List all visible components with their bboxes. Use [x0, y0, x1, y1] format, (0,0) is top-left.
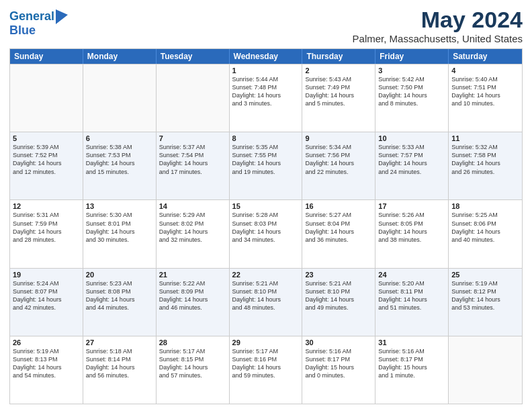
day-info: Sunrise: 5:19 AM Sunset: 8:12 PM Dayligh… [451, 279, 519, 312]
calendar-cell: 11Sunrise: 5:32 AM Sunset: 7:58 PM Dayli… [449, 132, 522, 199]
day-info: Sunrise: 5:44 AM Sunset: 7:48 PM Dayligh… [232, 75, 300, 108]
calendar-cell: 2Sunrise: 5:43 AM Sunset: 7:49 PM Daylig… [302, 64, 375, 132]
day-number: 2 [305, 66, 372, 75]
day-number: 1 [232, 66, 300, 75]
calendar-cell: 28Sunrise: 5:17 AM Sunset: 8:15 PM Dayli… [157, 336, 230, 404]
main-title: May 2024 [353, 7, 523, 33]
day-number: 12 [13, 202, 80, 210]
calendar-cell: 5Sunrise: 5:39 AM Sunset: 7:52 PM Daylig… [10, 132, 83, 199]
calendar-cell: 23Sunrise: 5:21 AM Sunset: 8:10 PM Dayli… [302, 269, 375, 336]
day-info: Sunrise: 5:34 AM Sunset: 7:56 PM Dayligh… [305, 143, 372, 176]
day-info: Sunrise: 5:20 AM Sunset: 8:11 PM Dayligh… [378, 279, 445, 312]
day-info: Sunrise: 5:35 AM Sunset: 7:55 PM Dayligh… [232, 143, 300, 176]
calendar-cell: 9Sunrise: 5:34 AM Sunset: 7:56 PM Daylig… [302, 132, 375, 199]
day-info: Sunrise: 5:40 AM Sunset: 7:51 PM Dayligh… [451, 75, 519, 108]
day-info: Sunrise: 5:28 AM Sunset: 8:03 PM Dayligh… [232, 211, 300, 244]
day-info: Sunrise: 5:42 AM Sunset: 7:50 PM Dayligh… [378, 75, 445, 108]
calendar-row: 5Sunrise: 5:39 AM Sunset: 7:52 PM Daylig… [10, 132, 522, 199]
calendar-cell [157, 64, 230, 132]
day-info: Sunrise: 5:27 AM Sunset: 8:04 PM Dayligh… [305, 211, 372, 244]
day-info: Sunrise: 5:19 AM Sunset: 8:13 PM Dayligh… [13, 347, 80, 380]
calendar-cell: 4Sunrise: 5:40 AM Sunset: 7:51 PM Daylig… [449, 64, 522, 132]
day-number: 10 [378, 134, 445, 142]
weekday-header: Monday [83, 49, 157, 64]
day-number: 13 [86, 202, 153, 210]
day-number: 7 [159, 134, 226, 142]
calendar-cell: 31Sunrise: 5:16 AM Sunset: 8:17 PM Dayli… [375, 336, 449, 404]
calendar-row: 12Sunrise: 5:31 AM Sunset: 7:59 PM Dayli… [10, 199, 522, 267]
day-number: 15 [232, 202, 300, 210]
day-number: 23 [305, 271, 372, 279]
logo: General Blue [9, 9, 68, 38]
day-info: Sunrise: 5:17 AM Sunset: 8:15 PM Dayligh… [159, 347, 226, 380]
day-info: Sunrise: 5:16 AM Sunset: 8:17 PM Dayligh… [305, 347, 372, 380]
calendar-row: 1Sunrise: 5:44 AM Sunset: 7:48 PM Daylig… [10, 64, 522, 132]
day-info: Sunrise: 5:21 AM Sunset: 8:10 PM Dayligh… [232, 279, 300, 312]
day-info: Sunrise: 5:32 AM Sunset: 7:58 PM Dayligh… [451, 143, 519, 176]
day-number: 21 [159, 271, 226, 279]
calendar-cell: 30Sunrise: 5:16 AM Sunset: 8:17 PM Dayli… [302, 336, 375, 404]
day-info: Sunrise: 5:37 AM Sunset: 7:54 PM Dayligh… [159, 143, 226, 176]
day-info: Sunrise: 5:30 AM Sunset: 8:01 PM Dayligh… [86, 211, 153, 244]
calendar-cell [10, 64, 83, 132]
calendar-cell: 17Sunrise: 5:26 AM Sunset: 8:05 PM Dayli… [375, 200, 449, 267]
day-info: Sunrise: 5:38 AM Sunset: 7:53 PM Dayligh… [86, 143, 153, 176]
calendar-cell: 29Sunrise: 5:17 AM Sunset: 8:16 PM Dayli… [230, 336, 303, 404]
weekday-header: Sunday [10, 49, 83, 64]
calendar-body: 1Sunrise: 5:44 AM Sunset: 7:48 PM Daylig… [10, 64, 522, 404]
day-info: Sunrise: 5:17 AM Sunset: 8:16 PM Dayligh… [232, 347, 300, 380]
weekday-header: Saturday [449, 49, 522, 64]
day-number: 6 [86, 134, 153, 142]
calendar-cell: 3Sunrise: 5:42 AM Sunset: 7:50 PM Daylig… [375, 64, 449, 132]
calendar-cell: 20Sunrise: 5:23 AM Sunset: 8:08 PM Dayli… [83, 269, 157, 336]
day-number: 31 [378, 338, 445, 347]
page: General Blue May 2024 Palmer, Massachuse… [0, 0, 532, 411]
day-number: 25 [451, 271, 519, 279]
day-number: 17 [378, 202, 445, 210]
logo-icon [56, 9, 68, 24]
calendar-cell: 18Sunrise: 5:25 AM Sunset: 8:06 PM Dayli… [449, 200, 522, 267]
weekday-header: Wednesday [230, 49, 303, 64]
calendar-cell: 19Sunrise: 5:24 AM Sunset: 8:07 PM Dayli… [10, 269, 83, 336]
calendar-cell: 14Sunrise: 5:29 AM Sunset: 8:02 PM Dayli… [157, 200, 230, 267]
calendar-cell [449, 336, 522, 404]
day-info: Sunrise: 5:31 AM Sunset: 7:59 PM Dayligh… [13, 211, 80, 244]
svg-marker-0 [56, 9, 68, 24]
day-info: Sunrise: 5:22 AM Sunset: 8:09 PM Dayligh… [159, 279, 226, 312]
calendar-cell: 12Sunrise: 5:31 AM Sunset: 7:59 PM Dayli… [10, 200, 83, 267]
weekday-header: Thursday [302, 49, 375, 64]
calendar-cell [83, 64, 157, 132]
day-number: 9 [305, 134, 372, 142]
day-info: Sunrise: 5:18 AM Sunset: 8:14 PM Dayligh… [86, 347, 153, 380]
day-number: 5 [13, 134, 80, 142]
day-info: Sunrise: 5:23 AM Sunset: 8:08 PM Dayligh… [86, 279, 153, 312]
calendar-cell: 26Sunrise: 5:19 AM Sunset: 8:13 PM Dayli… [10, 336, 83, 404]
day-info: Sunrise: 5:21 AM Sunset: 8:10 PM Dayligh… [305, 279, 372, 312]
day-info: Sunrise: 5:33 AM Sunset: 7:57 PM Dayligh… [378, 143, 445, 176]
calendar-cell: 10Sunrise: 5:33 AM Sunset: 7:57 PM Dayli… [375, 132, 449, 199]
day-number: 16 [305, 202, 372, 210]
calendar-cell: 21Sunrise: 5:22 AM Sunset: 8:09 PM Dayli… [157, 269, 230, 336]
day-number: 4 [451, 66, 519, 75]
calendar-row: 26Sunrise: 5:19 AM Sunset: 8:13 PM Dayli… [10, 336, 522, 404]
day-number: 30 [305, 338, 372, 347]
calendar-cell: 1Sunrise: 5:44 AM Sunset: 7:48 PM Daylig… [230, 64, 303, 132]
day-info: Sunrise: 5:16 AM Sunset: 8:17 PM Dayligh… [378, 347, 445, 380]
weekday-header: Friday [375, 49, 449, 64]
day-info: Sunrise: 5:26 AM Sunset: 8:05 PM Dayligh… [378, 211, 445, 244]
subtitle: Palmer, Massachusetts, United States [353, 33, 523, 44]
day-number: 11 [451, 134, 519, 142]
calendar-cell: 15Sunrise: 5:28 AM Sunset: 8:03 PM Dayli… [230, 200, 303, 267]
calendar-cell: 13Sunrise: 5:30 AM Sunset: 8:01 PM Dayli… [83, 200, 157, 267]
title-block: May 2024 Palmer, Massachusetts, United S… [353, 7, 523, 44]
calendar: SundayMondayTuesdayWednesdayThursdayFrid… [9, 48, 523, 404]
header: General Blue May 2024 Palmer, Massachuse… [9, 7, 523, 44]
day-info: Sunrise: 5:39 AM Sunset: 7:52 PM Dayligh… [13, 143, 80, 176]
day-info: Sunrise: 5:29 AM Sunset: 8:02 PM Dayligh… [159, 211, 226, 244]
day-info: Sunrise: 5:24 AM Sunset: 8:07 PM Dayligh… [13, 279, 80, 312]
day-info: Sunrise: 5:25 AM Sunset: 8:06 PM Dayligh… [451, 211, 519, 244]
calendar-cell: 22Sunrise: 5:21 AM Sunset: 8:10 PM Dayli… [230, 269, 303, 336]
day-number: 18 [451, 202, 519, 210]
calendar-header: SundayMondayTuesdayWednesdayThursdayFrid… [10, 49, 522, 64]
calendar-cell: 7Sunrise: 5:37 AM Sunset: 7:54 PM Daylig… [157, 132, 230, 199]
